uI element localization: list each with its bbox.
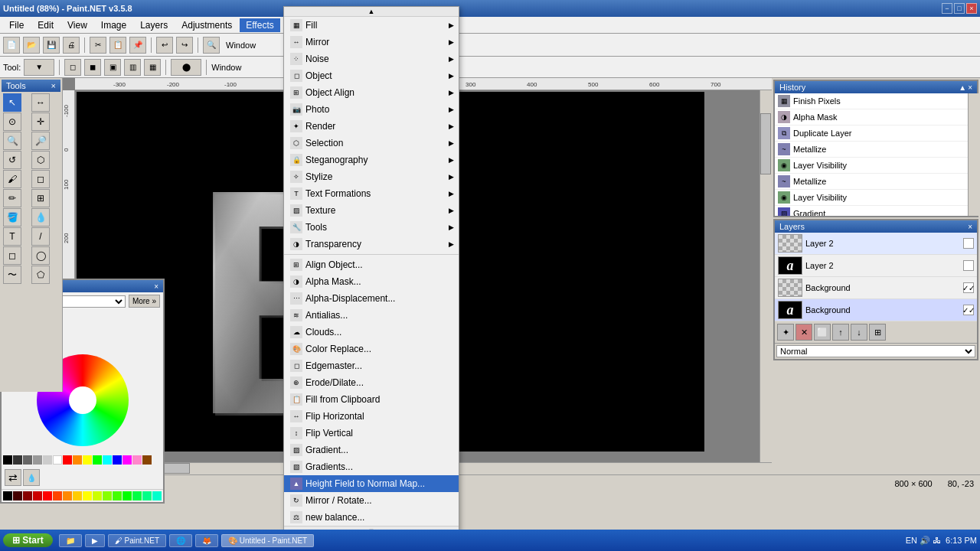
swatch-white[interactable] [53,455,62,465]
s16[interactable] [152,491,162,500]
menu-effects[interactable]: Effects [240,18,279,32]
swatch-orange[interactable] [73,455,82,465]
tool-lasso[interactable]: ⊙ [3,112,21,131]
tool-ellipse[interactable]: ◯ [31,246,50,265]
scrollbar-v-thumb[interactable] [760,113,771,174]
tool-colorpick[interactable]: 💧 [31,208,50,227]
swatch-gray[interactable] [33,455,42,465]
taskbar-explorer[interactable]: 📁 [59,534,82,547]
tb-save[interactable]: 💾 [43,37,60,54]
dup-layer-btn[interactable]: ⬜ [814,324,831,341]
s7[interactable] [63,491,72,500]
taskbar-ie[interactable]: 🌐 [169,534,192,547]
blend-mode-select[interactable]: Normal [776,345,975,357]
taskbar-paint[interactable]: 🖌 Paint.NET [108,534,166,547]
menu-antialias[interactable]: ≋Antialias... [284,307,459,324]
tool-opt3[interactable]: ▣ [104,59,121,76]
menu-height-field[interactable]: ▲Height Field to Normal Map... [284,475,459,492]
properties-btn[interactable]: ⊞ [869,324,886,341]
s1[interactable] [3,491,12,500]
menu-text-formations[interactable]: TText Formations [284,185,459,202]
add-layer-btn[interactable]: ✦ [777,324,794,341]
swatch-dark1[interactable] [13,455,22,465]
history-item-metallize[interactable]: ~ Metallize [775,142,977,158]
menu-mirror[interactable]: ↔Mirror [284,34,459,51]
tb-open[interactable]: 📂 [23,37,40,54]
menu-clouds[interactable]: ☁Clouds... [284,324,459,341]
swatch-black[interactable] [3,455,12,465]
swap-colors-btn[interactable]: ⇄ [5,469,21,486]
tb-undo[interactable]: ↩ [156,37,173,54]
menu-edit[interactable]: Edit [31,18,60,32]
layer-item-2b[interactable]: a Layer 2 [775,255,977,277]
tool-opt6[interactable]: ⬤ [171,59,201,76]
menu-flip-h[interactable]: ↔Flip Horizontal [284,408,459,425]
swatch-green[interactable] [93,455,102,465]
swatch-brown[interactable] [142,455,152,465]
menu-align-object[interactable]: ⊞Align Object... [284,256,459,273]
menu-fill-clipboard[interactable]: 📋Fill from Clipboard [284,391,459,408]
history-item-gradient[interactable]: ▨ Gradient [775,206,977,216]
history-item-alpha-mask[interactable]: ◑ Alpha Mask [775,109,977,126]
tool-opt1[interactable]: ◻ [64,59,81,76]
tool-opt5[interactable]: ▦ [144,59,161,76]
menu-layers[interactable]: Layers [134,18,174,32]
minimize-button[interactable]: − [942,3,952,14]
s6[interactable] [53,491,62,500]
history-item-duplicate-layer[interactable]: ⧉ Duplicate Layer [775,126,977,142]
menu-flip-v[interactable]: ↕Flip Vertical [284,425,459,442]
swatch-magenta[interactable] [122,455,132,465]
swatch-pink[interactable] [132,455,142,465]
colors-close-icon[interactable]: × [154,282,158,291]
s3[interactable] [23,491,32,500]
tool-rotate[interactable]: ↺ [3,151,21,169]
s13[interactable] [122,491,132,500]
tb-cut[interactable]: ✂ [90,37,106,54]
tool-select-rect[interactable]: ↖ [3,93,21,112]
menu-texture[interactable]: ▨Texture [284,202,459,219]
layer-item-bg2[interactable]: a Background ✓ [775,299,977,321]
tool-opt4[interactable]: ▥ [124,59,141,76]
menu-photo[interactable]: 📷Photo [284,101,459,118]
tool-selector[interactable]: ▼ [24,59,54,76]
layers-close-icon[interactable]: × [968,223,972,231]
history-item-metallize2[interactable]: ~ Metallize [775,174,977,190]
menu-color-replace[interactable]: 🎨Color Replace... [284,341,459,357]
swatch-red[interactable] [63,455,72,465]
s10[interactable] [93,491,102,500]
layer-bg2-checkbox[interactable]: ✓ [963,305,974,315]
pick-color-btn[interactable]: 💧 [23,469,40,486]
tool-select-move[interactable]: ↔ [31,93,50,112]
layer-item-2a[interactable]: Layer 2 [775,233,977,255]
menu-scroll-up[interactable]: ▲ [284,7,459,17]
tb-paste[interactable]: 📌 [129,37,146,54]
menu-selection[interactable]: ⬡Selection [284,135,459,152]
more-colors-btn[interactable]: More » [129,295,160,308]
tb-zoom[interactable]: 🔍 [203,37,220,54]
tool-zoom[interactable]: 🔍 [3,132,21,150]
tool-clone[interactable]: ⊞ [31,189,50,207]
tool-move[interactable]: ✛ [31,112,50,131]
menu-erode-dilate[interactable]: ⊕Erode/Dilate... [284,374,459,391]
close-button[interactable]: × [966,3,977,14]
menu-noise[interactable]: ⁘Noise [284,51,459,67]
menu-adjustments[interactable]: Adjustments [175,18,238,32]
swatch-lgray[interactable] [43,455,52,465]
tools-close-icon[interactable]: × [51,81,56,90]
history-scroll-up[interactable]: ▲ [959,83,966,92]
layer-2b-checkbox[interactable] [963,260,974,271]
tool-shapes[interactable]: ◻ [3,246,21,265]
tool-freeform[interactable]: 〜 [3,266,21,284]
history-scrollbar[interactable] [968,93,980,216]
tb-print[interactable]: 🖨 [63,37,80,54]
menu-stylize[interactable]: ✧Stylize [284,168,459,185]
menu-object-align[interactable]: ⊞Object Align [284,84,459,101]
history-close-icon[interactable]: × [968,83,972,92]
s12[interactable] [113,491,122,500]
tool-poly[interactable]: ⬠ [31,266,50,284]
tb-copy[interactable]: 📋 [109,37,126,54]
tool-line[interactable]: / [31,227,50,246]
menu-render[interactable]: ✦Render [284,118,459,135]
menu-steganography[interactable]: 🔒Steganography [284,152,459,168]
menu-gradients[interactable]: ▧Gradients... [284,458,459,475]
